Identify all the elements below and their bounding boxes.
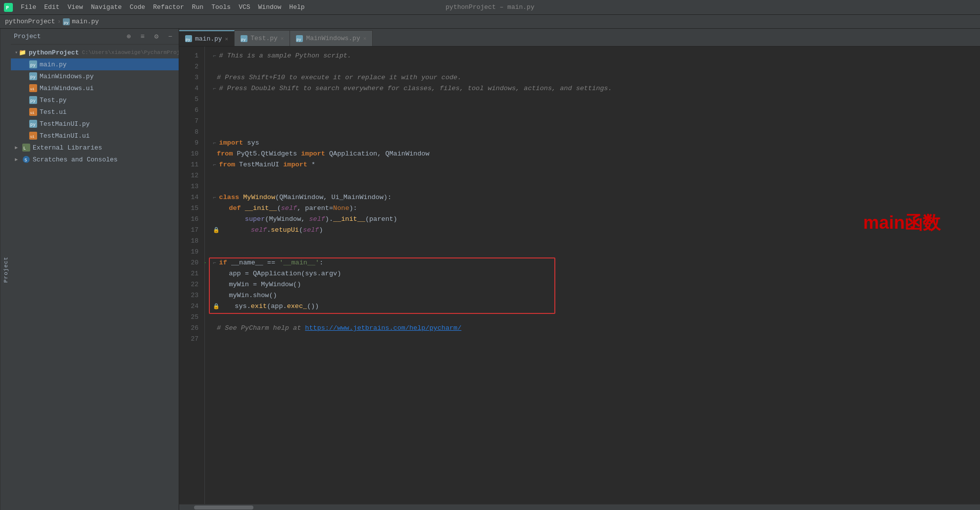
tree-item-testmainui-ui[interactable]: ui TestMainUI.ui bbox=[11, 130, 179, 142]
tab-test-py[interactable]: py Test.py ✕ bbox=[235, 30, 290, 46]
code-line-8 bbox=[213, 127, 980, 138]
app-logo: P bbox=[4, 3, 13, 12]
code-line-22: myWin = MyWindow() bbox=[213, 279, 980, 290]
tree-item-external-libraries[interactable]: ▶ L External Libraries bbox=[11, 142, 179, 153]
line-num-20: 20 bbox=[179, 257, 198, 268]
tab-close-test[interactable]: ✕ bbox=[281, 35, 284, 42]
code-comment-4: # Press Double Shift to search everywher… bbox=[219, 83, 612, 94]
line-num-7: 7 bbox=[179, 116, 198, 127]
line-num-22: 22 bbox=[179, 279, 198, 290]
code-line-10: from PyQt5.QtWidgets import QApplication… bbox=[213, 149, 980, 159]
ui-icon-testmainui: ui bbox=[29, 131, 38, 140]
run-arrow-icon: ▶ bbox=[205, 257, 206, 268]
menu-code[interactable]: Code bbox=[126, 2, 149, 12]
svg-text:py: py bbox=[64, 20, 69, 25]
tab-close-mainwindows[interactable]: ✕ bbox=[363, 35, 367, 42]
line-num-24: 24 bbox=[179, 301, 198, 312]
menu-refactor[interactable]: Refactor bbox=[149, 2, 188, 12]
fold-marker-1: ⌐ bbox=[213, 51, 216, 61]
tree-item-test-ui[interactable]: ui Test.ui bbox=[11, 106, 179, 118]
tab-close-main[interactable]: ✕ bbox=[225, 36, 229, 42]
project-tree: ▾ 📁 pythonProject C:\Users\xiaoweige\Pyc… bbox=[11, 45, 179, 510]
code-line-9: ⌐ import sys bbox=[213, 138, 980, 149]
line-num-14: 14 bbox=[179, 192, 198, 203]
menu-navigate[interactable]: Navigate bbox=[87, 2, 126, 12]
ui-icon-test: ui bbox=[29, 107, 38, 116]
line-num-13: 13 bbox=[179, 181, 198, 192]
pycharm-help-link[interactable]: https://www.jetbrains.com/help/pycharm/ bbox=[305, 323, 461, 334]
fold-marker-24: 🔒 bbox=[213, 301, 220, 312]
code-line-6 bbox=[213, 105, 980, 116]
line-num-10: 10 bbox=[179, 149, 198, 159]
tree-item-testmainui-py[interactable]: py TestMainUI.py bbox=[11, 118, 179, 130]
project-root-label: pythonProject bbox=[29, 49, 79, 56]
tab-label-mainwindows: MainWindows.py bbox=[306, 35, 360, 42]
svg-text:py: py bbox=[30, 63, 36, 68]
line-num-26: 26 bbox=[179, 323, 198, 334]
menu-file[interactable]: File bbox=[17, 2, 40, 12]
code-line-26: # See PyCharm help at https://www.jetbra… bbox=[213, 323, 980, 334]
expand-external-icon: ▶ bbox=[15, 145, 22, 151]
line-num-2: 2 bbox=[179, 61, 198, 72]
tab-main-py[interactable]: py main.py ✕ bbox=[179, 30, 235, 46]
breadcrumb-project[interactable]: pythonProject bbox=[5, 18, 55, 25]
code-line-20: ⌐ if __name__ == '__main__' : bbox=[213, 257, 980, 268]
line-num-27: 27 bbox=[179, 334, 198, 345]
tree-item-test-py[interactable]: py Test.py bbox=[11, 94, 179, 106]
code-editor[interactable]: 1 2 3 4 5 6 7 8 9 10 11 12 13 14 15 16 1… bbox=[179, 47, 980, 504]
menu-run[interactable]: Run bbox=[188, 2, 207, 12]
breadcrumb-file[interactable]: py main.py bbox=[63, 18, 99, 25]
collapse-all-button[interactable]: ≡ bbox=[137, 31, 148, 42]
main-layout: Project Project ⊕ ≡ ⚙ − ▾ 📁 pythonProjec… bbox=[0, 29, 980, 510]
svg-text:ui: ui bbox=[30, 135, 34, 139]
expand-scratches-icon: ▶ bbox=[15, 156, 22, 162]
menu-window[interactable]: Window bbox=[254, 2, 286, 12]
svg-text:L: L bbox=[23, 146, 26, 151]
menu-tools[interactable]: Tools bbox=[207, 2, 235, 12]
svg-text:s: s bbox=[24, 157, 27, 163]
tree-item-mainwindows-py[interactable]: py MainWindows.py bbox=[11, 70, 179, 82]
code-line-7 bbox=[213, 116, 980, 127]
scratches-icon: s bbox=[22, 155, 31, 164]
svg-text:py: py bbox=[30, 75, 36, 80]
py-icon-test: py bbox=[29, 96, 38, 104]
code-line-4: ⌐ # Press Double Shift to search everywh… bbox=[213, 83, 980, 94]
line-numbers: 1 2 3 4 5 6 7 8 9 10 11 12 13 14 15 16 1… bbox=[179, 47, 205, 504]
tree-item-scratches[interactable]: ▶ s Scratches and Consoles bbox=[11, 153, 179, 165]
tab-py-icon-test: py bbox=[241, 35, 247, 42]
menu-view[interactable]: View bbox=[63, 2, 87, 12]
tab-label-main: main.py bbox=[195, 35, 222, 43]
menu-help[interactable]: Help bbox=[285, 2, 308, 12]
svg-text:P: P bbox=[6, 5, 9, 11]
line-num-21: 21 bbox=[179, 268, 198, 279]
svg-text:ui: ui bbox=[30, 111, 34, 115]
tab-label-test: Test.py bbox=[250, 35, 278, 42]
tree-item-main-py[interactable]: py main.py bbox=[11, 58, 179, 70]
line-num-11: 11 bbox=[179, 159, 198, 170]
svg-text:ui: ui bbox=[30, 87, 34, 91]
code-content[interactable]: ▶ ⌐ # This is a sample Python script. bbox=[205, 47, 980, 504]
horizontal-scrollbar[interactable] bbox=[179, 504, 980, 510]
project-panel-tab[interactable]: Project bbox=[0, 29, 11, 510]
code-line-18 bbox=[213, 236, 980, 247]
close-sidebar-button[interactable]: − bbox=[165, 31, 176, 42]
sidebar-toolbar: Project ⊕ ≡ ⚙ − bbox=[11, 29, 179, 45]
tab-mainwindows-py[interactable]: py MainWindows.py ✕ bbox=[290, 30, 373, 46]
py-icon-mainwindows: py bbox=[29, 72, 38, 81]
tree-label-testmainui-ui: TestMainUI.ui bbox=[40, 132, 90, 140]
fold-marker-4: ⌐ bbox=[213, 83, 216, 94]
window-title: pythonProject – main.py bbox=[445, 3, 534, 11]
code-line-21: app = QApplication(sys.argv) bbox=[213, 268, 980, 279]
options-button[interactable]: ⚙ bbox=[151, 31, 162, 42]
svg-text:py: py bbox=[30, 122, 36, 127]
line-num-12: 12 bbox=[179, 170, 198, 181]
line-num-19: 19 bbox=[179, 247, 198, 257]
tree-item-mainwindows-ui[interactable]: ui MainWindows.ui bbox=[11, 82, 179, 94]
line-num-17: 17 bbox=[179, 225, 198, 236]
tree-root-project[interactable]: ▾ 📁 pythonProject C:\Users\xiaoweige\Pyc… bbox=[11, 47, 179, 58]
menu-edit[interactable]: Edit bbox=[40, 2, 63, 12]
code-line-5 bbox=[213, 94, 980, 105]
external-lib-icon: L bbox=[22, 143, 31, 152]
locate-file-button[interactable]: ⊕ bbox=[123, 31, 134, 42]
menu-vcs[interactable]: VCS bbox=[235, 2, 254, 12]
